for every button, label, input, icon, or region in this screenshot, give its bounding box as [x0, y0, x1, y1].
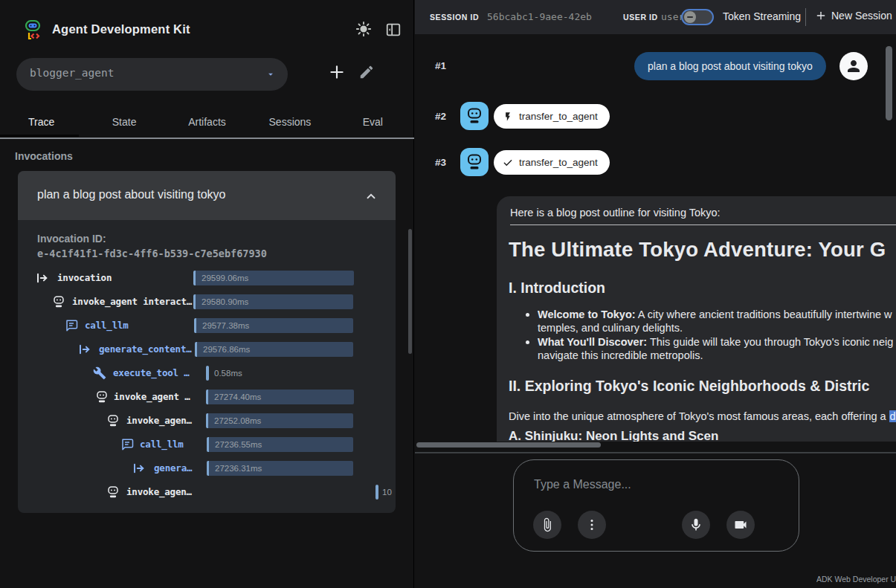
message-input[interactable] — [534, 475, 779, 494]
blog-title: The Ultimate Tokyo Adventure: Your G — [509, 238, 886, 262]
trace-row[interactable]: call_llm 29577.38ms — [18, 314, 396, 337]
more-options-button[interactable] — [578, 511, 606, 539]
active-tab-indicator — [0, 135, 79, 137]
blog-bullet-continuation: temples, and culinary delights. — [538, 322, 683, 334]
check-icon — [503, 158, 513, 168]
more-vert-icon — [584, 517, 599, 532]
arrow-right-icon — [132, 462, 146, 475]
wrench-icon — [93, 366, 106, 380]
trace-bar: 27236.31ms — [207, 461, 353, 476]
arrow-right-icon — [36, 271, 49, 285]
trace-row[interactable]: generate_content… 29576.86ms — [18, 337, 396, 361]
session-id-label: SESSION ID — [430, 13, 479, 22]
person-icon — [845, 57, 863, 75]
trace-bar: 27274.40ms — [206, 390, 354, 404]
tab-eval[interactable]: Eval — [332, 109, 414, 139]
trace-row[interactable]: invoke_agent … 27274.40ms — [18, 385, 396, 409]
chat-icon — [120, 438, 134, 451]
footer-text: ADK Web Developer UI — [816, 575, 896, 584]
bot-avatar — [460, 148, 489, 176]
blog-bullet-continuation: navigate this incredible metropolis. — [538, 349, 703, 361]
videocam-icon — [733, 517, 748, 532]
sun-icon — [355, 21, 372, 37]
trace-bar: 29599.06ms — [193, 271, 354, 285]
robot-icon — [106, 485, 120, 499]
blog-intro: Here is a blog post outline for visiting… — [510, 207, 721, 219]
mic-button[interactable] — [682, 511, 710, 539]
trace-bar — [376, 485, 378, 500]
blog-clipped-heading: A. Shinjuku: Neon Lights and Scen — [509, 429, 718, 442]
bot-message-card: Here is a blog post outline for visiting… — [497, 196, 896, 442]
paperclip-icon — [540, 517, 555, 532]
user-id-label: USER ID — [623, 13, 658, 22]
invocation-header[interactable]: plan a blog post about visiting tokyo — [18, 171, 396, 220]
pencil-icon — [358, 64, 375, 80]
trace-bar: 29580.90ms — [193, 294, 353, 309]
adk-app: Agent Development Kit blogger_a — [0, 0, 896, 588]
add-button[interactable] — [326, 62, 347, 83]
trace-bar: 27236.55ms — [207, 437, 353, 452]
session-bar: SESSION ID 56bcabc1-9aee-42eb USER ID us… — [415, 0, 896, 34]
trace-row[interactable]: execute_tool … 0.58ms — [18, 361, 396, 385]
token-streaming-label: Token Streaming — [723, 10, 801, 22]
agent-select[interactable]: blogger_agent — [16, 58, 288, 91]
function-call-chip[interactable]: transfer_to_agent — [494, 104, 610, 129]
robot-icon — [95, 390, 109, 404]
new-session-button[interactable]: New Session — [815, 10, 892, 22]
invocation-id: e-4c1f41f1-fd3c-4ff6-b539-c7e5ebf67930 — [37, 248, 267, 259]
blog-section1-heading: I. Introduction — [509, 280, 605, 297]
sidebar-header: Agent Development Kit — [0, 0, 414, 48]
edit-agent-button[interactable] — [358, 63, 375, 80]
chevron-up-icon — [364, 190, 378, 203]
chat-input-divider — [415, 452, 896, 453]
agent-select-value: blogger_agent — [30, 67, 115, 79]
blog-bullet: What You'll Discover: This guide will ta… — [538, 335, 893, 349]
trace-row[interactable]: invocation 29599.06ms — [18, 266, 396, 290]
panel-collapse-icon — [385, 22, 402, 38]
robot-icon — [465, 107, 483, 125]
invocation-prompt: plan a blog post about visiting tokyo — [37, 188, 226, 201]
theme-toggle-button[interactable] — [354, 19, 373, 39]
message-index: #3 — [435, 157, 446, 168]
trace-row[interactable]: invoke_agent interact… 29580.90ms — [18, 290, 396, 314]
message-index: #2 — [435, 111, 446, 122]
function-response-chip[interactable]: transfer_to_agent — [494, 150, 610, 175]
session-id-value: 56bcabc1-9aee-42eb — [487, 11, 592, 22]
sidebar-scrollbar[interactable] — [408, 229, 412, 354]
bolt-icon — [503, 112, 513, 122]
tab-sessions[interactable]: Sessions — [248, 109, 331, 139]
robot-icon — [465, 153, 483, 171]
user-avatar — [839, 52, 868, 80]
trace-bar: 29576.86ms — [195, 342, 353, 357]
vertical-scrollbar[interactable] — [886, 46, 892, 120]
chat-panel: SESSION ID 56bcabc1-9aee-42eb USER ID us… — [415, 0, 896, 588]
adk-logo-icon — [21, 18, 45, 42]
tab-state[interactable]: State — [83, 109, 165, 139]
collapse-panel-button[interactable] — [384, 20, 403, 39]
attach-button[interactable] — [533, 511, 561, 539]
tab-artifacts[interactable]: Artifacts — [166, 109, 248, 139]
trace-row[interactable]: invoke_agen… 10 — [18, 480, 396, 504]
trace-row[interactable]: genera… 27236.31ms — [18, 456, 396, 480]
video-button[interactable] — [726, 511, 755, 539]
tabs-divider — [0, 138, 414, 139]
arrow-right-icon — [78, 343, 91, 356]
trace-row[interactable]: call_llm 27236.55ms — [18, 433, 396, 456]
blog-paragraph: Dive into the unique atmosphere of Tokyo… — [509, 410, 896, 422]
topbar-divider — [805, 8, 806, 26]
blog-bullet: Welcome to Tokyo: A city where ancient t… — [538, 308, 892, 322]
invocations-label: Invocations — [15, 150, 73, 162]
invocation-card: plan a blog post about visiting tokyo In… — [18, 171, 396, 513]
trace-bar: 27252.08ms — [206, 413, 353, 428]
trace-bar: 29577.38ms — [194, 318, 353, 333]
horizontal-scrollbar[interactable] — [416, 442, 601, 448]
chevron-down-icon — [265, 69, 276, 80]
token-streaming-toggle[interactable] — [681, 9, 714, 25]
trace-row[interactable]: invoke_agen… 27252.08ms — [18, 409, 396, 433]
message-index: #1 — [435, 60, 446, 71]
robot-icon — [106, 414, 120, 427]
toggle-thumb — [684, 11, 696, 23]
mic-icon — [689, 517, 703, 532]
user-message-bubble: plan a blog post about visiting tokyo — [634, 52, 826, 80]
robot-icon — [52, 295, 65, 308]
